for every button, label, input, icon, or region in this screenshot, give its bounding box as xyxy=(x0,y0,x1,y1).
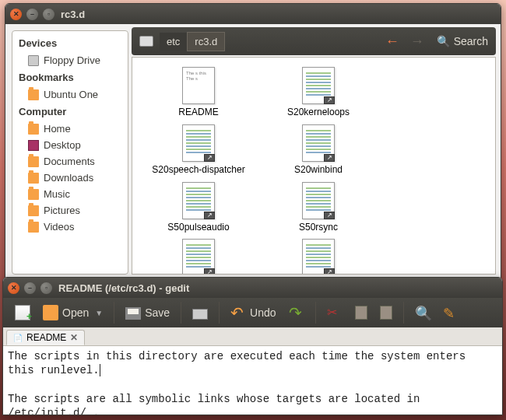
sidebar-item-floppy[interactable]: Floppy Drive xyxy=(14,52,126,68)
file-name-label: S20kerneloops xyxy=(260,107,377,118)
print-icon xyxy=(192,309,208,320)
symlink-arrow-icon: ↗ xyxy=(324,96,335,104)
toolbar-separator xyxy=(219,302,220,324)
script-link-icon: ↗ xyxy=(182,124,215,162)
disk-icon[interactable] xyxy=(139,36,153,47)
sidebar-header-computer: Computer xyxy=(14,103,126,121)
folder-icon xyxy=(28,173,39,184)
fm-window-title: rc3.d xyxy=(61,9,85,20)
gedit-tabstrip: 📄 README ✕ xyxy=(3,327,502,346)
breadcrumb-etc[interactable]: etc xyxy=(160,33,187,51)
search-icon: 🔍 xyxy=(437,35,450,47)
gedit-editor[interactable]: The scripts in this directory are execut… xyxy=(3,346,502,413)
search-button[interactable]: 🔍 Search xyxy=(434,35,488,47)
script-link-icon: ↗ xyxy=(302,124,335,162)
file-item[interactable]: ↗S50rsync xyxy=(258,179,378,236)
home-icon xyxy=(28,124,39,135)
sidebar-item-home[interactable]: Home xyxy=(14,121,126,137)
fm-titlebar[interactable]: ✕ – ▫ rc3.d xyxy=(5,4,501,24)
cut-button[interactable]: ✂ xyxy=(322,302,348,324)
gedit-minimize-button[interactable]: – xyxy=(24,282,36,294)
file-item[interactable]: ↗S50saned xyxy=(139,236,258,275)
floppy-drive-icon xyxy=(28,55,39,66)
new-document-icon xyxy=(15,305,30,320)
folder-icon xyxy=(28,222,39,233)
file-item[interactable]: ↗S50pulseaudio xyxy=(139,179,258,236)
sidebar-item-pictures[interactable]: Pictures xyxy=(14,202,126,219)
new-document-button[interactable] xyxy=(9,302,36,324)
copy-button[interactable] xyxy=(350,303,373,323)
nav-back-button[interactable]: ← xyxy=(384,33,401,50)
fm-close-button[interactable]: ✕ xyxy=(10,9,22,20)
gedit-window: ✕ – ▫ README (/etc/rc3.d) - gedit Open▼ … xyxy=(2,277,503,415)
sidebar-item-desktop[interactable]: Desktop xyxy=(14,137,126,153)
script-link-icon: ↗ xyxy=(302,67,335,104)
gedit-close-button[interactable]: ✕ xyxy=(8,282,19,294)
tab-readme[interactable]: 📄 README ✕ xyxy=(6,330,85,345)
gedit-maximize-button[interactable]: ▫ xyxy=(40,282,52,294)
symlink-arrow-icon: ↗ xyxy=(324,212,335,219)
gedit-toolbar: Open▼ Save ↶Undo ↷ ✂ 🔍 ✎ xyxy=(3,298,502,327)
script-link-icon: ↗ xyxy=(182,182,215,219)
replace-icon: ✎ xyxy=(443,305,459,320)
script-link-icon: ↗ xyxy=(302,239,335,275)
sidebar-item-videos[interactable]: Videos xyxy=(14,219,126,235)
breadcrumb-rc3d[interactable]: rc3.d xyxy=(187,32,225,51)
file-name-label: README xyxy=(140,107,257,118)
sidebar-item-ubuntu-one[interactable]: Ubuntu One xyxy=(14,86,126,103)
paste-button[interactable] xyxy=(374,303,398,323)
breadcrumb: etc rc3.d xyxy=(160,32,225,51)
fm-sidebar: Devices Floppy Drive Bookmarks Ubuntu On… xyxy=(12,30,128,275)
print-button[interactable] xyxy=(187,303,213,323)
find-button[interactable]: 🔍 xyxy=(409,302,436,324)
folder-icon xyxy=(28,189,39,200)
save-icon xyxy=(125,307,141,320)
folder-open-icon xyxy=(43,305,58,320)
toolbar-separator xyxy=(114,302,114,324)
file-grid[interactable]: The s this The sREADME↗S20kerneloops↗S20… xyxy=(132,57,496,275)
symlink-arrow-icon: ↗ xyxy=(324,154,335,162)
cut-icon: ✂ xyxy=(327,305,343,320)
desktop-icon xyxy=(28,140,39,151)
gedit-window-title: README (/etc/rc3.d) - gedit xyxy=(58,282,189,294)
toolbar-separator xyxy=(403,302,404,324)
redo-icon: ↷ xyxy=(289,305,304,320)
toolbar-separator xyxy=(181,302,181,324)
save-button[interactable]: Save xyxy=(120,303,175,323)
fm-maximize-button[interactable]: ▫ xyxy=(43,9,54,20)
symlink-arrow-icon: ↗ xyxy=(204,268,215,275)
tab-close-icon[interactable]: ✕ xyxy=(70,332,78,343)
tab-file-icon: 📄 xyxy=(13,334,23,342)
redo-button[interactable]: ↷ xyxy=(283,302,310,324)
dropdown-caret-icon: ▼ xyxy=(95,309,103,317)
file-name-label: S20speech-dispatcher xyxy=(140,165,257,176)
sidebar-header-bookmarks: Bookmarks xyxy=(14,68,126,86)
folder-icon xyxy=(28,89,39,100)
replace-button[interactable]: ✎ xyxy=(437,302,464,324)
file-item[interactable]: ↗S20speech-dispatcher xyxy=(139,121,258,179)
open-button[interactable]: Open▼ xyxy=(37,302,108,324)
search-icon: 🔍 xyxy=(415,305,430,320)
sidebar-item-music[interactable]: Music xyxy=(14,186,126,202)
sidebar-item-downloads[interactable]: Downloads xyxy=(14,170,126,186)
file-item[interactable]: ↗S20winbind xyxy=(258,121,378,179)
file-item[interactable]: ↗S70dns-clean xyxy=(258,236,378,275)
sidebar-item-documents[interactable]: Documents xyxy=(14,153,126,170)
text-file-icon: The s this The s xyxy=(182,67,215,104)
file-name-label: S50rsync xyxy=(260,222,377,233)
fm-toolbar: etc rc3.d ← → 🔍 Search xyxy=(132,27,496,55)
undo-button[interactable]: ↶Undo xyxy=(225,302,281,324)
file-item[interactable]: ↗S20kerneloops xyxy=(258,64,378,121)
script-link-icon: ↗ xyxy=(302,182,335,219)
symlink-arrow-icon: ↗ xyxy=(204,212,215,219)
toolbar-separator xyxy=(315,302,316,324)
file-manager-window: ✕ – ▫ rc3.d Devices Floppy Drive Bookmar… xyxy=(5,3,501,278)
symlink-arrow-icon: ↗ xyxy=(204,154,215,162)
undo-icon: ↶ xyxy=(230,305,246,320)
sidebar-header-devices: Devices xyxy=(14,34,126,52)
symlink-arrow-icon: ↗ xyxy=(324,268,335,275)
fm-minimize-button[interactable]: – xyxy=(26,9,38,20)
file-item[interactable]: The s this The sREADME xyxy=(139,64,258,121)
nav-forward-button[interactable]: → xyxy=(409,33,426,50)
gedit-titlebar[interactable]: ✕ – ▫ README (/etc/rc3.d) - gedit xyxy=(3,278,502,298)
